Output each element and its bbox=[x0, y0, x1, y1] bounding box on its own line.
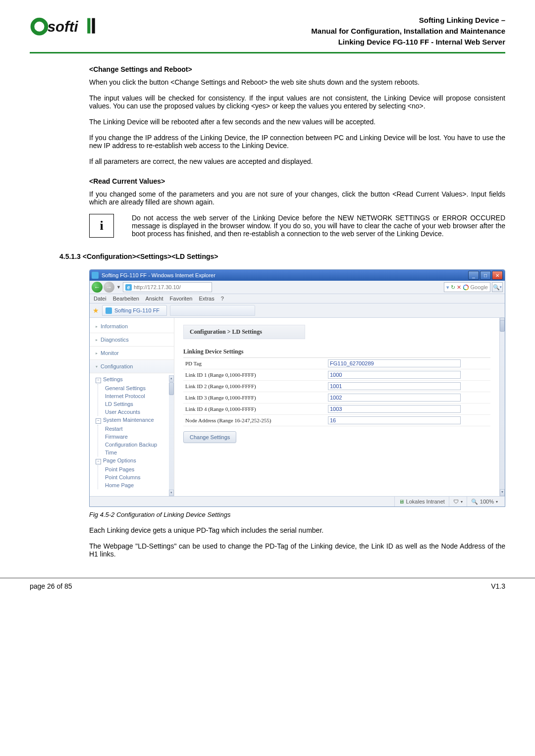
tree-point-columns[interactable]: Point Columns bbox=[105, 473, 174, 481]
tree-settings[interactable]: −Settings bbox=[96, 375, 174, 384]
softing-logo: softi bbox=[30, 15, 107, 44]
ie-tab-bar: ★ Softing FG-110 FF bbox=[90, 303, 505, 318]
back-button[interactable]: ← bbox=[92, 282, 103, 293]
ie-titlebar: Softing FG-110 FF - Windows Internet Exp… bbox=[90, 270, 505, 281]
tree-configuration-backup[interactable]: Configuration Backup bbox=[105, 441, 174, 449]
menu-ansicht[interactable]: Ansicht bbox=[145, 296, 163, 302]
search-box[interactable]: ▾ ↻ ✕ Google bbox=[444, 282, 490, 292]
scroll-up-icon[interactable]: ▴ bbox=[169, 375, 174, 382]
stop-icon: ✕ bbox=[457, 284, 461, 291]
ie-page-icon: e bbox=[125, 284, 132, 291]
address-text: http://172.17.30.10/ bbox=[134, 284, 181, 290]
link-id-2-input[interactable] bbox=[328, 382, 461, 390]
menu-bearbeiten[interactable]: Bearbeiten bbox=[113, 296, 139, 302]
paragraph: If you change the IP address of the Link… bbox=[89, 134, 505, 150]
row-label: Link ID 4 (Range 0,1000-FFFF) bbox=[183, 403, 326, 415]
table-row: Node Address (Range 16-247,252-255) bbox=[183, 415, 490, 426]
tree-label: Settings bbox=[103, 376, 123, 382]
sidebar-item-monitor[interactable]: ▸Monitor bbox=[90, 347, 174, 360]
info-note: i Do not access the web server of the Li… bbox=[89, 214, 505, 238]
search-go-button[interactable]: 🔍▾ bbox=[492, 282, 503, 292]
paragraph: The input values will be checked for con… bbox=[89, 94, 505, 110]
sidebar-label: Diagnostics bbox=[101, 337, 129, 343]
scrollbar-thumb[interactable] bbox=[169, 382, 174, 395]
page-scrollbar[interactable]: ▴ ▾ bbox=[499, 318, 505, 496]
menu-datei[interactable]: Datei bbox=[94, 296, 107, 302]
paragraph: The Linking Device will be rebooted afte… bbox=[89, 118, 505, 126]
tab-new[interactable] bbox=[170, 305, 255, 316]
settings-table: PD Tag Link ID 1 (Range 0,1000-FFFF) Lin… bbox=[183, 358, 490, 426]
row-label: Link ID 3 (Range 0,1000-FFFF) bbox=[183, 392, 326, 403]
sidebar-label: Monitor bbox=[101, 350, 119, 356]
favorites-star-icon[interactable]: ★ bbox=[93, 306, 99, 314]
close-button[interactable]: ✕ bbox=[492, 271, 503, 280]
tree-internet-protocol[interactable]: Internet Protocol bbox=[105, 392, 174, 400]
tree-collapse-icon[interactable]: − bbox=[96, 378, 101, 383]
status-zoom[interactable]: 🔍100%▾ bbox=[467, 497, 502, 506]
chevron-down-icon[interactable]: ▼ bbox=[116, 285, 121, 290]
svg-rect-3 bbox=[92, 18, 95, 34]
tree-time[interactable]: Time bbox=[105, 449, 174, 456]
dropdown-icon: ▾ bbox=[446, 284, 449, 291]
sidebar-label: Configuration bbox=[101, 363, 133, 369]
tree-label: Page Options bbox=[103, 457, 136, 463]
row-label: Link ID 2 (Range 0,1000-FFFF) bbox=[183, 381, 326, 392]
tree-ld-settings[interactable]: LD Settings bbox=[105, 400, 174, 408]
info-icon: i bbox=[89, 214, 114, 238]
tree-system-maintenance[interactable]: −System Maintenance bbox=[96, 416, 174, 425]
tree-point-pages[interactable]: Point Pages bbox=[105, 465, 174, 473]
sidebar-scrollbar[interactable]: ▴ ▾ bbox=[169, 375, 174, 496]
tree-page-options[interactable]: −Page Options bbox=[96, 456, 174, 465]
tab-active[interactable]: Softing FG-110 FF bbox=[102, 305, 167, 316]
table-row: Link ID 3 (Range 0,1000-FFFF) bbox=[183, 392, 490, 403]
row-label: PD Tag bbox=[183, 358, 326, 369]
ie-status-bar: 🖥Lokales Intranet 🛡▾ 🔍100%▾ bbox=[90, 496, 505, 506]
link-id-3-input[interactable] bbox=[328, 394, 461, 402]
tree-home-page[interactable]: Home Page bbox=[105, 481, 174, 489]
tree-general-settings[interactable]: General Settings bbox=[105, 384, 174, 392]
address-bar[interactable]: e http://172.17.30.10/ bbox=[123, 282, 212, 292]
table-row: Link ID 1 (Range 0,1000-FFFF) bbox=[183, 369, 490, 381]
intranet-icon: 🖥 bbox=[399, 499, 404, 504]
paragraph: Each Linking device gets a unique PD-Tag… bbox=[89, 526, 505, 534]
tree-collapse-icon[interactable]: − bbox=[96, 459, 101, 464]
scroll-down-icon[interactable]: ▾ bbox=[500, 489, 505, 496]
tree-restart[interactable]: Restart bbox=[105, 425, 174, 433]
minimize-button[interactable]: _ bbox=[468, 271, 479, 280]
forward-button[interactable]: → bbox=[104, 282, 114, 293]
google-icon bbox=[463, 284, 469, 291]
menu-help[interactable]: ? bbox=[221, 296, 224, 302]
menu-extras[interactable]: Extras bbox=[199, 296, 214, 302]
link-id-1-input[interactable] bbox=[328, 371, 461, 379]
tree-user-accounts[interactable]: User Accounts bbox=[105, 408, 174, 416]
tree-firmware[interactable]: Firmware bbox=[105, 433, 174, 441]
scrollbar-thumb[interactable] bbox=[500, 320, 505, 332]
section-title-change: <Change Settings and Reboot> bbox=[89, 65, 505, 73]
node-address-input[interactable] bbox=[328, 416, 461, 424]
sidebar-item-diagnostics[interactable]: ▸Diagnostics bbox=[90, 333, 174, 347]
menu-favoriten[interactable]: Favoriten bbox=[170, 296, 193, 302]
tree-label: System Maintenance bbox=[103, 417, 154, 423]
ie-window-title: Softing FG-110 FF - Windows Internet Exp… bbox=[102, 272, 215, 278]
maximize-button[interactable]: □ bbox=[480, 271, 491, 280]
paragraph: If all parameters are correct, the new v… bbox=[89, 157, 505, 165]
screenshot-ie-window: Softing FG-110 FF - Windows Internet Exp… bbox=[89, 269, 505, 507]
ie-nav-bar: ← → ▼ e http://172.17.30.10/ ▾ ↻ ✕ Googl… bbox=[90, 281, 505, 294]
paragraph: If you changed some of the parameters an… bbox=[89, 190, 505, 206]
link-id-4-input[interactable] bbox=[328, 405, 461, 413]
page-footer: page 26 of 85 V1.3 bbox=[0, 582, 535, 610]
sidebar-item-information[interactable]: ▸Information bbox=[90, 320, 174, 333]
pd-tag-input[interactable] bbox=[328, 359, 461, 367]
heading-4-5-1-3: 4.5.1.3 <Configuration><Settings><LD Set… bbox=[59, 252, 505, 260]
change-settings-button[interactable]: Change Settings bbox=[183, 431, 236, 443]
status-zone: 🖥Lokales Intranet bbox=[394, 497, 449, 506]
zone-label: Lokales Intranet bbox=[406, 499, 445, 504]
scroll-down-icon[interactable]: ▾ bbox=[169, 490, 174, 496]
zoom-value: 100% bbox=[480, 499, 494, 504]
sidebar-label: Information bbox=[101, 323, 128, 329]
header-line1: Softing Linking Device – bbox=[107, 15, 505, 26]
tree-collapse-icon[interactable]: − bbox=[96, 418, 101, 424]
sidebar-item-configuration[interactable]: ▾Configuration bbox=[90, 360, 174, 373]
row-label: Link ID 1 (Range 0,1000-FFFF) bbox=[183, 369, 326, 381]
breadcrumb: Configuration > LD Settings bbox=[183, 325, 305, 339]
